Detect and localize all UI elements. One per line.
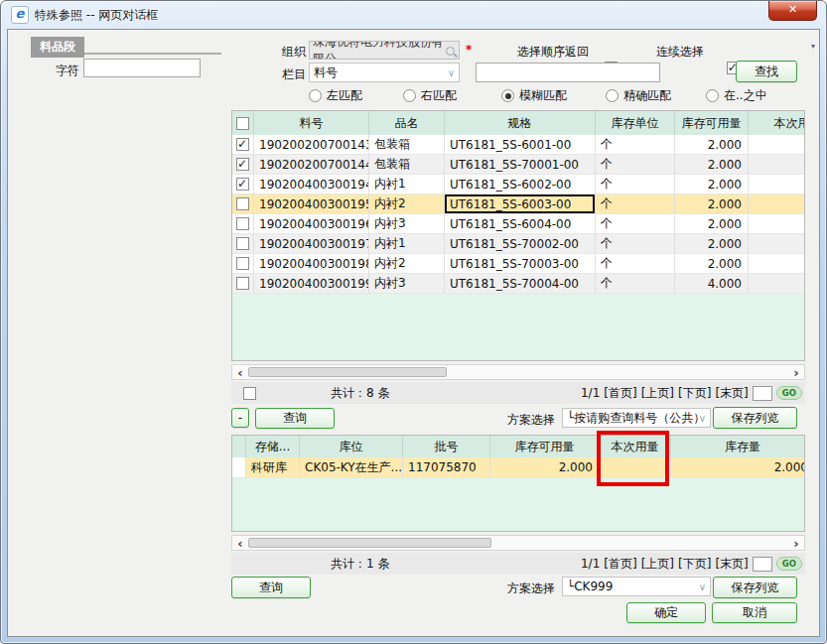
row-checkbox[interactable] [236, 257, 249, 270]
dialog-content: 料品段 字符 组织 珠海优特电力科技股份有限公 * 选择顺序返回 连续选择 ▾ … [7, 29, 820, 637]
match-option-left[interactable]: 左匹配 [309, 87, 362, 104]
match-option-label: 模糊匹配 [519, 87, 567, 104]
scroll-left-icon[interactable]: ‹ [232, 537, 248, 550]
match-option-in[interactable]: 在..之中 [706, 87, 767, 104]
next-page-link[interactable]: [下页] [678, 385, 711, 402]
row-checkbox[interactable] [236, 277, 249, 290]
table-empty-area [232, 478, 804, 531]
plan-select-value: └按请购查询料号（公共） [567, 410, 699, 427]
save-view-button-bottom[interactable]: 保存列览 [713, 577, 797, 598]
match-option-right[interactable]: 右匹配 [403, 87, 457, 104]
go-button[interactable]: GO [776, 557, 802, 571]
total-count: 共计：8 条 [331, 385, 389, 402]
close-button[interactable]: ✕ [768, 1, 817, 21]
row-checkbox[interactable] [236, 237, 249, 250]
first-page-link[interactable]: [首页] [604, 556, 636, 573]
match-option-exact[interactable]: 精确匹配 [606, 87, 671, 104]
cancel-button[interactable]: 取消 [712, 602, 797, 623]
table-row[interactable]: 190200400300194X 内衬1 UT6181_5S-6002-00 个… [232, 175, 804, 194]
goto-page-input[interactable] [753, 557, 772, 572]
item-table-hscrollbar[interactable]: ‹ › [231, 364, 805, 380]
ok-button[interactable]: 确定 [626, 602, 706, 623]
last-page-link[interactable]: [末页] [715, 556, 748, 573]
item-table-pager: 共计：8 条 1/1 [首页] [上页] [下页] [末页] GO [231, 382, 805, 404]
table-row[interactable]: 190200400300199X 内衬3 UT6181_5S-70004-00 … [232, 274, 804, 294]
row-checkbox[interactable] [236, 158, 249, 171]
stock-table-pager: 共计：1 条 1/1 [首页] [上页] [下页] [末页] GO [231, 553, 805, 575]
query-button[interactable]: 查询 [255, 408, 335, 429]
chevron-down-icon: ∨ [699, 581, 706, 592]
next-page-link[interactable]: [下页] [678, 556, 711, 573]
scroll-left-icon[interactable]: ‹ [232, 366, 248, 379]
table-row[interactable]: 190200400300196X 内衬3 UT6181_5S-6004-00 个… [232, 214, 804, 234]
col-unit: 库存单位 [596, 111, 675, 135]
row-checkbox[interactable] [236, 178, 249, 191]
col-selector [232, 436, 246, 457]
collapse-button[interactable]: - [231, 408, 249, 428]
match-option-label: 左匹配 [327, 87, 362, 104]
usage-input-cell[interactable] [600, 457, 671, 478]
radio-icon[interactable] [606, 89, 619, 102]
org-label: 组织 [282, 44, 306, 61]
find-button[interactable]: 查找 [736, 61, 797, 82]
row-selector[interactable] [232, 457, 246, 478]
save-view-button[interactable]: 保存列览 [713, 407, 797, 429]
col-spec: 规格 [445, 111, 596, 135]
match-option-label: 精确匹配 [623, 87, 671, 104]
stock-table-hscrollbar[interactable]: ‹ › [231, 535, 805, 551]
prev-page-link[interactable]: [上页] [641, 385, 674, 402]
col-qty: 库存可用量 [675, 111, 749, 135]
keyword-input[interactable] [476, 63, 660, 82]
col-batch: 批号 [403, 436, 490, 457]
radio-icon[interactable] [501, 89, 514, 102]
match-option-fuzzy[interactable]: 模糊匹配 [501, 87, 567, 104]
plan-select-dropdown[interactable]: └按请购查询料号（公共） ∨ [562, 408, 711, 428]
header-select-all [232, 111, 254, 135]
row-checkbox[interactable] [236, 197, 249, 210]
page-indicator: 1/1 [581, 386, 600, 400]
radio-icon[interactable] [706, 89, 719, 102]
column-select[interactable]: 料号 ∨ [309, 63, 460, 82]
required-mark: * [466, 43, 472, 57]
table-row[interactable]: 190200400300198X 内衬2 UT6181_5S-70003-00 … [232, 254, 804, 274]
radio-icon[interactable] [403, 89, 416, 102]
char-label: 字符 [56, 63, 79, 79]
stock-row-selected[interactable]: 科研库 CK05-KY在生产... 117075870 2.000 2.000 [232, 457, 804, 478]
query-button-bottom[interactable]: 查询 [231, 577, 311, 598]
col-name: 品名 [369, 111, 445, 135]
table-empty-area [232, 294, 804, 360]
scrollbar-thumb[interactable] [248, 367, 447, 377]
scroll-right-icon[interactable]: › [788, 537, 804, 550]
go-button[interactable]: GO [776, 386, 802, 400]
scrollbar-thumb[interactable] [248, 538, 491, 548]
window-title: 特殊参照 -- 网页对话框 [35, 7, 158, 24]
org-lookup-field[interactable]: 珠海优特电力科技股份有限公 [309, 41, 460, 60]
table-row-selected[interactable]: 190200400300195X 内衬2 UT6181_5S-6003-00 个… [232, 194, 804, 214]
last-page-link[interactable]: [末页] [715, 385, 748, 402]
goto-page-input[interactable] [753, 386, 772, 401]
prev-page-link[interactable]: [上页] [641, 556, 674, 573]
org-value: 珠海优特电力科技股份有限公 [313, 41, 445, 60]
search-icon[interactable] [446, 47, 455, 56]
titlebar[interactable]: e 特殊参照 -- 网页对话框 ✕ [1, 1, 826, 29]
first-page-link[interactable]: [首页] [604, 385, 636, 402]
pager-checkbox[interactable] [243, 387, 256, 400]
char-input[interactable] [83, 59, 201, 77]
chevron-down-icon: ∨ [448, 67, 455, 78]
row-checkbox[interactable] [236, 217, 249, 230]
table-row[interactable]: 190200200700144X 包装箱 UT6181_5S-70001-00 … [232, 155, 804, 175]
section-tab-material: 料品段 [31, 37, 84, 58]
match-option-label: 在..之中 [724, 87, 767, 104]
plan-select-dropdown-bottom[interactable]: └CK999 ∨ [562, 577, 711, 596]
column-label: 栏目 [282, 66, 306, 83]
table-row[interactable]: 190200400300197X 内衬1 UT6181_5S-70002-00 … [232, 234, 804, 254]
scroll-right-icon[interactable]: › [788, 366, 804, 379]
plan-select-label: 方案选择 [507, 412, 555, 429]
col-usage: 本次用量 [749, 111, 805, 135]
table-row[interactable]: 190200200700143X 包装箱 UT6181_5S-6001-00 个… [232, 135, 804, 155]
row-checkbox[interactable] [236, 138, 249, 151]
select-all-checkbox[interactable] [236, 117, 249, 130]
col-location: 库位 [300, 436, 403, 457]
focused-cell[interactable]: UT6181_5S-6003-00 [445, 194, 596, 214]
radio-icon[interactable] [309, 89, 322, 102]
